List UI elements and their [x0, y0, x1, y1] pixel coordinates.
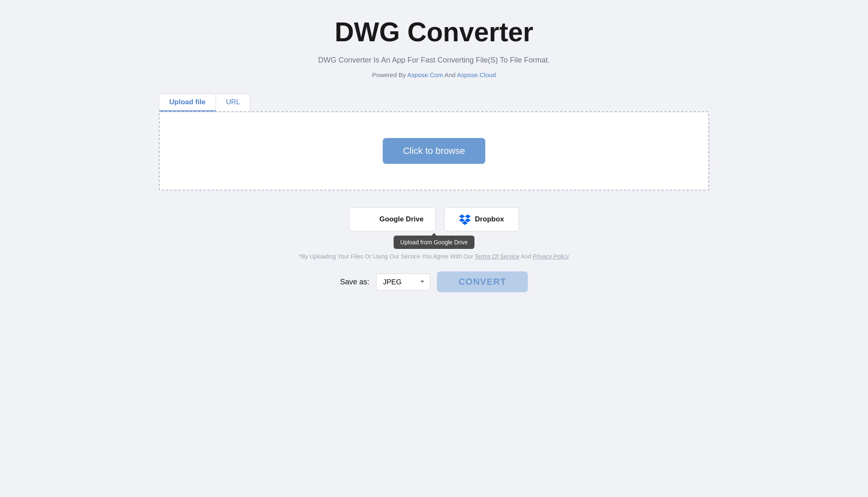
tab-upload-file[interactable]: Upload file	[159, 93, 216, 111]
google-drive-text: Google Drive	[379, 215, 424, 223]
google-drive-tooltip: Upload from Google Drive	[394, 236, 474, 249]
powered-by: Powered By Aspose.Com And Aspose.Cloud	[372, 71, 496, 78]
aspose-com-link[interactable]: Aspose.Com	[407, 71, 444, 78]
format-select[interactable]: JPEG PNG PDF BMP TIFF SVG	[376, 274, 430, 291]
cloud-buttons-container: Google Drive Dropbox Upload from Google …	[159, 207, 709, 231]
browse-button[interactable]: Click to browse	[383, 138, 485, 164]
privacy-policy-link[interactable]: Privacy Policy	[533, 253, 569, 260]
main-container: Upload file URL Click to browse Google D…	[159, 93, 709, 292]
dropbox-button[interactable]: Dropbox	[444, 207, 519, 231]
aspose-cloud-link[interactable]: Aspose.Cloud	[457, 71, 496, 78]
dropbox-text: Dropbox	[475, 215, 504, 223]
terms-text: *By Uploading Your Files Or Using Our Se…	[159, 253, 709, 260]
terms-of-service-link[interactable]: Terms Of Service	[475, 253, 519, 260]
save-as-label: Save as:	[340, 278, 369, 286]
google-drive-button[interactable]: Google Drive	[349, 207, 436, 231]
page-subtitle: DWG Converter Is An App For Fast Convert…	[318, 56, 550, 65]
save-convert-row: Save as: JPEG PNG PDF BMP TIFF SVG CONVE…	[159, 271, 709, 292]
convert-button[interactable]: CONVERT	[437, 271, 528, 292]
upload-dropzone[interactable]: Click to browse	[159, 111, 709, 191]
tab-url[interactable]: URL	[216, 93, 251, 111]
dropbox-icon	[459, 213, 471, 225]
page-title: DWG Converter	[335, 17, 534, 48]
